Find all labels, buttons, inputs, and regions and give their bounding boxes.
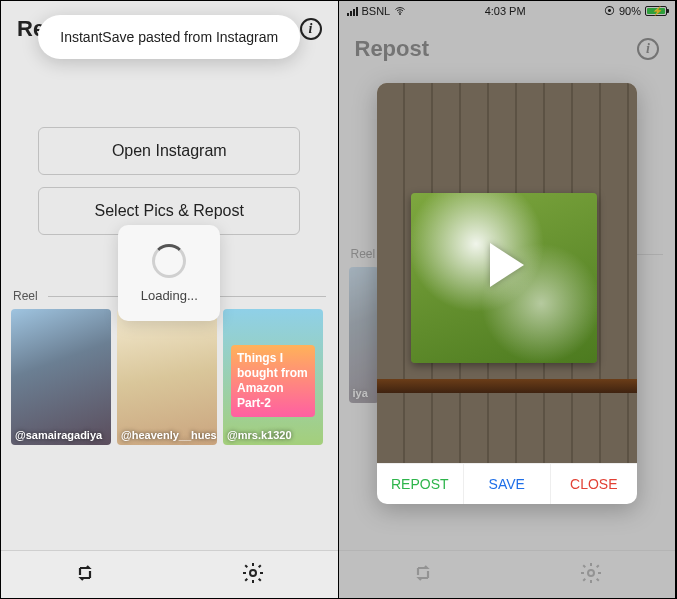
close-button[interactable]: CLOSE xyxy=(551,464,637,504)
svg-point-1 xyxy=(400,14,401,15)
wifi-icon xyxy=(394,5,406,17)
spinner-icon xyxy=(152,244,186,278)
play-icon[interactable] xyxy=(490,243,524,287)
reel-handle: @mrs.k1320 xyxy=(227,429,292,441)
open-instagram-button[interactable]: Open Instagram xyxy=(38,127,300,175)
reel-thumb[interactable]: @heavenly__hues xyxy=(117,309,217,445)
page-title: Repost xyxy=(355,36,430,62)
phone-right: BSNL 4:03 PM ⦿ 90% ⚡ Repost i Reel iya xyxy=(339,1,677,598)
repost-tab-icon[interactable] xyxy=(73,561,97,589)
battery-icon: ⚡ xyxy=(645,6,667,16)
svg-point-0 xyxy=(250,570,256,576)
settings-tab-icon[interactable] xyxy=(241,561,265,589)
modal-actions: REPOST SAVE CLOSE xyxy=(377,463,637,504)
carrier-label: BSNL xyxy=(362,5,391,17)
status-bar: BSNL 4:03 PM ⦿ 90% ⚡ xyxy=(339,1,676,21)
reel-handle: iya xyxy=(353,387,368,399)
info-icon[interactable]: i xyxy=(300,18,322,40)
repost-tab-icon[interactable] xyxy=(411,561,435,589)
reel-thumb[interactable]: Things I bought from Amazon Part-2 @mrs.… xyxy=(223,309,323,445)
phone-left: Repost i InstantSave pasted from Instagr… xyxy=(1,1,339,598)
repost-button[interactable]: REPOST xyxy=(377,464,464,504)
settings-tab-icon[interactable] xyxy=(579,561,603,589)
reel-section-label: Reel xyxy=(13,289,38,303)
save-button[interactable]: SAVE xyxy=(464,464,551,504)
loading-text: Loading... xyxy=(141,288,198,303)
button-stack: Open Instagram Select Pics & Repost xyxy=(1,127,338,235)
info-icon[interactable]: i xyxy=(637,38,659,60)
bottom-tab-bar xyxy=(1,550,338,598)
video-preview[interactable] xyxy=(377,83,637,463)
loading-overlay: Loading... xyxy=(118,225,220,321)
clock: 4:03 PM xyxy=(485,5,526,17)
signal-icon xyxy=(347,6,358,16)
app-header: Repost i xyxy=(339,21,676,77)
reel-thumb[interactable]: iya xyxy=(349,267,379,403)
paste-toast: InstantSave pasted from Instagram xyxy=(38,15,300,59)
reel-section-label: Reel xyxy=(351,247,376,261)
battery-percent: 90% xyxy=(619,5,641,17)
preview-modal: REPOST SAVE CLOSE xyxy=(377,83,637,504)
reel-thumb[interactable]: @samairagadiya xyxy=(11,309,111,445)
reel-thumbnails: @samairagadiya @heavenly__hues Things I … xyxy=(1,309,338,445)
reel-caption: Things I bought from Amazon Part-2 xyxy=(231,345,315,417)
svg-point-2 xyxy=(588,570,594,576)
reel-handle: @heavenly__hues xyxy=(121,429,213,441)
bottom-tab-bar xyxy=(339,550,676,598)
reel-handle: @samairagadiya xyxy=(15,429,102,441)
